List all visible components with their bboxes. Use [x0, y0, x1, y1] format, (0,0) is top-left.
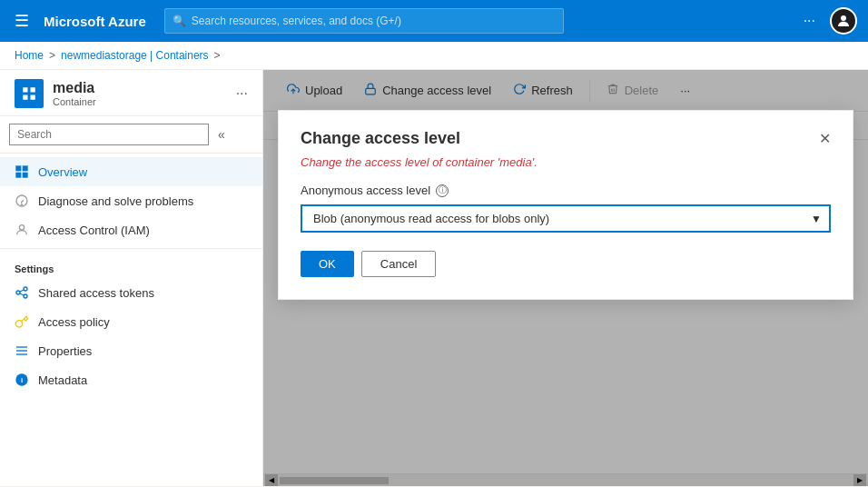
svg-rect-5	[15, 165, 21, 171]
svg-rect-7	[15, 173, 21, 178]
main-layout: media Container ··· « Overview	[0, 70, 868, 486]
sidebar-item-metadata-label: Metadata	[38, 373, 87, 387]
breadcrumb: Home > newmediastorage | Containers >	[0, 42, 868, 70]
svg-point-9	[21, 204, 22, 205]
sidebar-item-overview-label: Overview	[38, 165, 87, 179]
modal-header: Change access level ✕	[301, 129, 831, 148]
metadata-icon: i	[15, 373, 29, 387]
access-control-icon	[15, 223, 29, 237]
modal-container-name: 'media'	[498, 155, 534, 169]
sidebar-collapse-button[interactable]: «	[214, 124, 229, 145]
svg-rect-1	[23, 87, 27, 92]
properties-icon	[15, 343, 29, 358]
settings-section-title: Settings	[0, 253, 262, 278]
cancel-button[interactable]: Cancel	[361, 251, 436, 277]
search-icon: 🔍	[173, 15, 186, 27]
modal-desc-prefix: Change the access level of container	[301, 155, 498, 169]
resource-subtitle: Container	[53, 96, 96, 107]
modal-description: Change the access level of container 'me…	[301, 155, 831, 169]
svg-point-14	[24, 294, 27, 298]
global-search[interactable]: 🔍 Search resources, services, and docs (…	[164, 8, 564, 34]
resource-info: media Container	[53, 80, 96, 107]
modal-close-button[interactable]: ✕	[819, 130, 831, 147]
nav-icons: ···	[804, 7, 857, 35]
ok-button[interactable]: OK	[301, 251, 354, 277]
change-access-modal: Change access level ✕ Change the access …	[278, 110, 853, 300]
sidebar-item-access-control-label: Access Control (IAM)	[38, 224, 150, 237]
sidebar-item-properties-label: Properties	[38, 344, 92, 358]
svg-point-0	[841, 15, 846, 21]
hamburger-menu[interactable]: ☰	[11, 7, 33, 35]
content-area: Upload Change access level Refresh Delet	[263, 70, 868, 486]
svg-rect-2	[31, 87, 35, 92]
breadcrumb-storage[interactable]: newmediastorage | Containers	[61, 49, 209, 62]
brand-logo: Microsoft Azure	[44, 14, 146, 29]
resource-more-button[interactable]: ···	[236, 85, 248, 102]
sidebar-item-shared-access-label: Shared access tokens	[38, 286, 154, 300]
svg-rect-3	[23, 95, 27, 100]
access-level-select[interactable]: Private (no anonymous access) Blob (anon…	[301, 204, 831, 233]
global-search-placeholder: Search resources, services, and docs (G+…	[192, 15, 401, 27]
access-level-select-wrapper: Private (no anonymous access) Blob (anon…	[301, 204, 831, 233]
access-policy-icon	[15, 314, 29, 329]
info-icon[interactable]: ⓘ	[436, 184, 449, 197]
diagnose-icon	[15, 194, 29, 208]
shared-access-icon	[15, 285, 29, 300]
resource-header: media Container ···	[0, 70, 262, 116]
svg-rect-4	[31, 95, 35, 100]
svg-point-13	[24, 287, 27, 291]
modal-label-text: Anonymous access level	[301, 184, 430, 197]
sidebar-search-input[interactable]	[9, 124, 209, 145]
svg-rect-6	[23, 165, 28, 171]
sidebar-item-diagnose[interactable]: Diagnose and solve problems	[0, 186, 262, 215]
svg-line-16	[20, 293, 25, 295]
modal-label: Anonymous access level ⓘ	[301, 184, 831, 197]
sidebar-item-access-policy[interactable]: Access policy	[0, 307, 262, 336]
modal-desc-suffix: .	[534, 155, 538, 169]
svg-point-12	[16, 291, 20, 294]
breadcrumb-chevron2: >	[214, 49, 221, 62]
svg-point-11	[19, 225, 24, 230]
sidebar-search-area: «	[0, 116, 262, 154]
resource-icon	[15, 79, 44, 108]
sidebar-item-metadata[interactable]: i Metadata	[0, 365, 262, 394]
user-avatar[interactable]	[830, 7, 857, 35]
sidebar-item-properties[interactable]: Properties	[0, 336, 262, 365]
top-navigation: ☰ Microsoft Azure 🔍 Search resources, se…	[0, 0, 868, 42]
sidebar-nav: Overview Diagnose and solve problems Acc…	[0, 154, 262, 398]
overview-icon	[15, 164, 29, 179]
sidebar-divider	[0, 248, 262, 249]
sidebar-item-shared-access[interactable]: Shared access tokens	[0, 278, 262, 307]
sidebar-item-access-policy-label: Access policy	[38, 315, 110, 329]
more-nav-icon[interactable]: ···	[804, 13, 815, 29]
sidebar-item-diagnose-label: Diagnose and solve problems	[38, 194, 193, 208]
svg-text:i: i	[21, 376, 23, 384]
modal-title: Change access level	[301, 129, 460, 148]
sidebar-item-overview[interactable]: Overview	[0, 157, 262, 186]
breadcrumb-chevron1: >	[49, 49, 55, 62]
resource-name: media	[53, 80, 96, 96]
sidebar: media Container ··· « Overview	[0, 70, 263, 486]
breadcrumb-home[interactable]: Home	[15, 49, 44, 62]
sidebar-item-access-control[interactable]: Access Control (IAM)	[0, 215, 262, 244]
modal-buttons: OK Cancel	[301, 251, 831, 277]
svg-line-15	[20, 290, 25, 292]
svg-rect-8	[23, 173, 28, 178]
